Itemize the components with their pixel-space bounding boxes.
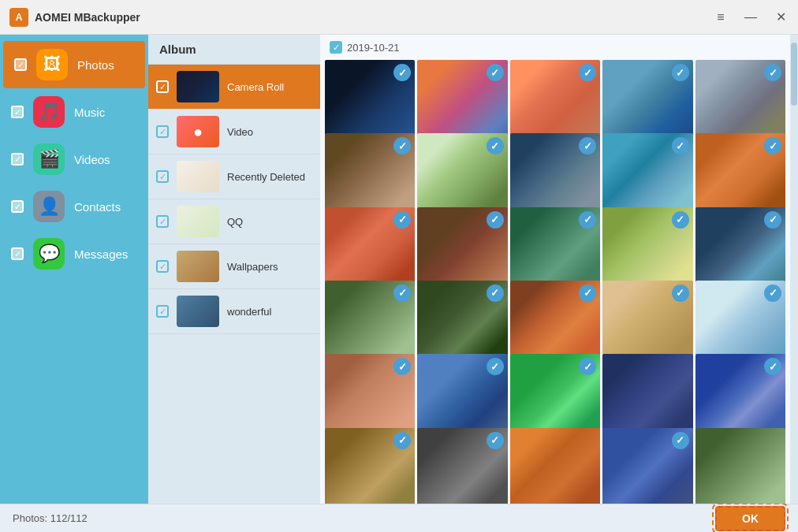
scrollbar-track[interactable] bbox=[790, 35, 798, 504]
photo-check-7: ✓ bbox=[487, 137, 504, 154]
album-name-recently-deleted: Recently Deleted bbox=[227, 171, 305, 183]
title-bar-left: A AOMEI MBackupper bbox=[9, 8, 140, 27]
photo-date-header: ✓ 2019-10-21 bbox=[320, 35, 790, 60]
scrollbar-thumb[interactable] bbox=[791, 43, 797, 106]
sidebar-checkbox-videos[interactable]: ✓ bbox=[11, 153, 24, 166]
album-thumb-video: ● bbox=[177, 116, 219, 147]
sidebar-label-contacts: Contacts bbox=[74, 200, 121, 214]
album-item-video[interactable]: ✓ ● Video bbox=[148, 110, 320, 154]
contacts-icon: 👤 bbox=[33, 191, 65, 222]
sidebar: ✓ 🖼 Photos ✓ 🎵 Music ✓ 🎬 Videos ✓ 👤 Cont… bbox=[0, 35, 148, 504]
sidebar-label-messages: Messages bbox=[74, 247, 128, 261]
photo-check-14: ✓ bbox=[672, 211, 689, 229]
videos-icon: 🎬 bbox=[33, 143, 65, 175]
photo-check-13: ✓ bbox=[579, 211, 596, 229]
album-item-camera-roll[interactable]: ✓ Camera Roll bbox=[148, 65, 320, 110]
album-header: Album bbox=[148, 35, 320, 65]
album-checkbox-wallpapers[interactable]: ✓ bbox=[156, 260, 169, 273]
photo-cell-29[interactable]: ✓ bbox=[602, 428, 692, 504]
album-name-qq: QQ bbox=[227, 216, 243, 228]
album-checkbox-video[interactable]: ✓ bbox=[156, 125, 169, 138]
album-list: ✓ Camera Roll ✓ ● Video ✓ Recently Delet… bbox=[148, 65, 320, 504]
photo-cell-30[interactable] bbox=[695, 428, 785, 504]
album-checkbox-camera-roll[interactable]: ✓ bbox=[156, 80, 169, 93]
music-icon: 🎵 bbox=[33, 96, 65, 128]
photo-cell-26[interactable]: ✓ bbox=[325, 428, 415, 504]
album-thumb-qq bbox=[177, 206, 219, 237]
album-name-video: Video bbox=[227, 126, 253, 138]
date-checkbox[interactable]: ✓ bbox=[330, 41, 342, 54]
sidebar-item-photos[interactable]: ✓ 🖼 Photos bbox=[3, 41, 145, 88]
photo-check-12: ✓ bbox=[487, 211, 504, 229]
photo-check-19: ✓ bbox=[672, 285, 689, 302]
status-bar: Photos: 112/112 OK bbox=[0, 504, 798, 532]
sidebar-item-videos[interactable]: ✓ 🎬 Videos bbox=[0, 136, 148, 183]
menu-button[interactable]: ≡ bbox=[713, 9, 729, 25]
date-label: 2019-10-21 bbox=[347, 42, 400, 54]
album-name-wonderful: wonderful bbox=[227, 306, 271, 318]
album-name-camera-roll: Camera Roll bbox=[227, 81, 284, 93]
sidebar-checkbox-music[interactable]: ✓ bbox=[11, 106, 24, 118]
photo-check-4: ✓ bbox=[672, 64, 689, 81]
status-text: Photos: 112/112 bbox=[13, 512, 88, 524]
album-item-recently-deleted[interactable]: ✓ Recently Deleted bbox=[148, 154, 320, 199]
photo-check-29: ✓ bbox=[672, 432, 689, 449]
album-panel: Album ✓ Camera Roll ✓ ● Video ✓ Recently… bbox=[148, 35, 320, 504]
photo-panel: ✓ 2019-10-21 ✓ ✓ ✓ ✓ ✓ ✓ ✓ ✓ ✓ ✓ ✓ ✓ ✓ ✓… bbox=[320, 35, 790, 504]
app-title: AOMEI MBackupper bbox=[35, 11, 140, 24]
sidebar-item-contacts[interactable]: ✓ 👤 Contacts bbox=[0, 183, 148, 230]
photo-check-15: ✓ bbox=[764, 211, 781, 229]
title-bar: A AOMEI MBackupper ≡ — ✕ bbox=[0, 0, 798, 35]
photo-check-18: ✓ bbox=[579, 285, 596, 302]
sidebar-label-music: Music bbox=[74, 106, 105, 119]
album-checkbox-wonderful[interactable]: ✓ bbox=[156, 305, 169, 318]
ok-button[interactable]: OK bbox=[715, 506, 785, 531]
photo-check-27: ✓ bbox=[487, 432, 504, 449]
main-layout: ✓ 🖼 Photos ✓ 🎵 Music ✓ 🎬 Videos ✓ 👤 Cont… bbox=[0, 35, 798, 504]
sidebar-checkbox-contacts[interactable]: ✓ bbox=[11, 200, 24, 213]
sidebar-item-messages[interactable]: ✓ 💬 Messages bbox=[0, 230, 148, 277]
sidebar-label-videos: Videos bbox=[74, 153, 110, 166]
photo-check-17: ✓ bbox=[487, 285, 504, 302]
photo-check-11: ✓ bbox=[393, 211, 411, 229]
sidebar-checkbox-messages[interactable]: ✓ bbox=[11, 247, 24, 260]
album-item-qq[interactable]: ✓ QQ bbox=[148, 199, 320, 244]
photo-grid: ✓ ✓ ✓ ✓ ✓ ✓ ✓ ✓ ✓ ✓ ✓ ✓ ✓ ✓ ✓ ✓ ✓ ✓ ✓ ✓ … bbox=[320, 60, 790, 504]
close-button[interactable]: ✕ bbox=[773, 9, 789, 25]
messages-icon: 💬 bbox=[33, 238, 65, 270]
photo-check-9: ✓ bbox=[672, 137, 689, 154]
album-thumb-camera-roll bbox=[177, 71, 219, 102]
album-checkbox-qq[interactable]: ✓ bbox=[156, 215, 169, 228]
sidebar-label-photos: Photos bbox=[77, 58, 114, 72]
photo-check-26: ✓ bbox=[393, 432, 411, 449]
album-thumb-wonderful bbox=[177, 296, 219, 327]
photo-check-20: ✓ bbox=[764, 285, 781, 302]
photo-cell-27[interactable]: ✓ bbox=[417, 428, 507, 504]
album-item-wallpapers[interactable]: ✓ Wallpapers bbox=[148, 244, 320, 289]
album-thumb-recently-deleted bbox=[177, 161, 219, 192]
app-icon: A bbox=[9, 8, 28, 27]
minimize-button[interactable]: — bbox=[743, 9, 759, 25]
photo-check-2: ✓ bbox=[487, 64, 504, 81]
sidebar-item-music[interactable]: ✓ 🎵 Music bbox=[0, 88, 148, 136]
photo-check-5: ✓ bbox=[764, 64, 781, 81]
photo-check-22: ✓ bbox=[487, 358, 504, 375]
photos-icon: 🖼 bbox=[36, 49, 68, 80]
photo-cell-28[interactable] bbox=[510, 428, 600, 504]
album-name-wallpapers: Wallpapers bbox=[227, 261, 278, 273]
sidebar-checkbox-photos[interactable]: ✓ bbox=[14, 58, 27, 71]
album-checkbox-recently-deleted[interactable]: ✓ bbox=[156, 170, 169, 183]
album-item-wonderful[interactable]: ✓ wonderful bbox=[148, 289, 320, 334]
album-thumb-wallpapers bbox=[177, 251, 219, 282]
title-controls: ≡ — ✕ bbox=[713, 9, 789, 25]
